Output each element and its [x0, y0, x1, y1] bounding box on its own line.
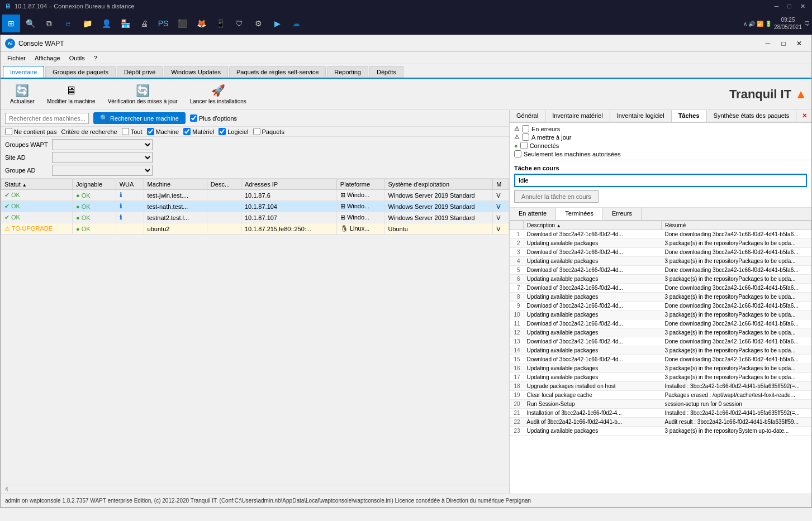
powershell2-icon[interactable]: ▶	[268, 15, 286, 32]
task-col-num[interactable]	[510, 221, 524, 230]
cmd-icon[interactable]: ⬛	[173, 15, 191, 32]
printer-icon[interactable]: 🖨	[135, 15, 153, 32]
modifier-machine-button[interactable]: 🖥 Modifier la machine	[42, 82, 101, 107]
task-log-row[interactable]: 17 Updating available packages 3 package…	[510, 373, 811, 382]
task-log-row[interactable]: 12 Updating available packages 3 package…	[510, 328, 811, 337]
right-tab-inventaire-materiel[interactable]: Inventaire matériel	[545, 110, 610, 122]
people-icon[interactable]: 👤	[97, 15, 115, 32]
cloud-icon[interactable]: ☁	[287, 15, 305, 32]
tab-windows-updates[interactable]: Windows Updates	[164, 66, 228, 78]
actualiser-button[interactable]: 🔄 Actualiser	[5, 81, 40, 107]
col-platform[interactable]: Plateforme	[336, 179, 384, 190]
task-log-row[interactable]: 16 Updating available packages 3 package…	[510, 364, 811, 373]
cancel-task-button[interactable]: Annuler la tâche en cours	[514, 190, 599, 203]
authorized-checkbox[interactable]	[514, 150, 521, 157]
table-row[interactable]: ✔ OK ● OK ℹ test-jwin.test.... 10.1.87.6…	[1, 190, 509, 201]
search-input[interactable]	[5, 113, 89, 124]
right-tab-general[interactable]: Général	[510, 110, 545, 122]
tab-groupes[interactable]: Groupes de paquets	[45, 66, 116, 78]
rdp-maximize[interactable]: □	[785, 3, 794, 10]
task-log-row[interactable]: 8 Updating available packages 3 package(…	[510, 293, 811, 302]
options-checkbox-input[interactable]	[190, 114, 197, 122]
search-taskbar-icon[interactable]: 🔍	[21, 15, 39, 32]
task-log-row[interactable]: 4 Updating available packages 3 package(…	[510, 257, 811, 266]
machine-checkbox-input[interactable]	[147, 128, 154, 135]
not-contains-checkbox[interactable]	[5, 128, 12, 135]
col-ip[interactable]: Adresses IP	[241, 179, 336, 190]
tab-en-attente[interactable]: En attente	[510, 208, 556, 220]
tab-erreurs[interactable]: Erreurs	[603, 208, 642, 220]
machine-table-scroll[interactable]: Statut ▲ Joignable WUA Machine Desc... A…	[1, 179, 509, 485]
shield-icon[interactable]: 🛡	[230, 15, 248, 32]
terminal-icon[interactable]: PS	[154, 15, 172, 32]
groupe-ad-select[interactable]	[52, 165, 153, 176]
options-checkbox[interactable]: Plus d'options	[190, 114, 237, 122]
task-log-row[interactable]: 10 Updating available packages 3 package…	[510, 310, 811, 319]
search-button[interactable]: 🔍 Rechercher une machine	[93, 112, 186, 124]
table-row[interactable]: ✔ OK ● OK ℹ testnat2.test.l... 10.1.87.1…	[1, 212, 509, 223]
task-log-row[interactable]: 1 Download of 3bcc2a42-1c66-f0d2-4d... D…	[510, 230, 811, 239]
task-log-row[interactable]: 2 Updating available packages 3 package(…	[510, 239, 811, 248]
hardware-checkbox[interactable]: Matériel	[183, 128, 214, 135]
folder-icon[interactable]: 📁	[78, 15, 96, 32]
menu-outils[interactable]: Outils	[65, 54, 89, 63]
table-row[interactable]: ⚠ TO-UPGRADE ● OK ubuntu2 10.1.87.215,fe…	[1, 223, 509, 235]
col-m[interactable]: M	[493, 179, 509, 190]
col-statut[interactable]: Statut ▲	[1, 179, 73, 190]
task-log-row[interactable]: 14 Updating available packages 3 package…	[510, 346, 811, 355]
notification-icon[interactable]: 🗨	[804, 21, 810, 27]
tray-icons[interactable]: ∧ 🔊 📶 🔋	[743, 21, 772, 27]
tab-depots[interactable]: Dépôts	[369, 66, 403, 78]
task-log-row[interactable]: 15 Download of 3bcc2a42-1c66-f0d2-4d... …	[510, 355, 811, 364]
rdp-minimize[interactable]: ─	[772, 3, 781, 10]
task-table-scroll[interactable]: Description ▲ Résumé 1 Download of 3bcc2…	[510, 221, 811, 494]
menu-help[interactable]: ?	[89, 54, 102, 63]
connected-checkbox[interactable]	[520, 142, 528, 149]
start-button[interactable]: ⊞	[2, 15, 20, 32]
window-close-btn[interactable]: ✕	[791, 36, 807, 51]
hardware-checkbox-input[interactable]	[183, 128, 191, 135]
lancer-installations-button[interactable]: 🚀 Lancer les installations	[185, 81, 251, 107]
tab-terminees[interactable]: Terminées	[556, 208, 603, 220]
taskbar-clock[interactable]: 09:25 28/05/2021	[774, 16, 802, 31]
tab-depot-prive[interactable]: Dépôt privé	[117, 66, 163, 78]
task-log-row[interactable]: 3 Download of 3bcc2a42-1c66-f0d2-4d... D…	[510, 248, 811, 257]
site-ad-select[interactable]	[52, 152, 153, 163]
all-checkbox-input[interactable]	[122, 128, 129, 135]
task-log-row[interactable]: 13 Download of 3bcc2a42-1c66-f0d2-4d... …	[510, 337, 811, 346]
window-restore-btn[interactable]: □	[776, 36, 791, 51]
tab-inventaire[interactable]: Inventaire	[3, 66, 44, 78]
task-log-row[interactable]: 19 Clear local package cache Packages er…	[510, 391, 811, 400]
col-desc[interactable]: Desc...	[207, 179, 241, 190]
table-row[interactable]: ✔ OK ● OK ℹ test-nath.test... 10.1.87.10…	[1, 201, 509, 212]
task-log-row[interactable]: 18 Upgrade packages installed on host In…	[510, 382, 811, 391]
col-joignable[interactable]: Joignable	[72, 179, 116, 190]
task-log-row[interactable]: 7 Download of 3bcc2a42-1c66-f0d2-4d... D…	[510, 284, 811, 293]
edge-icon[interactable]: e	[59, 15, 77, 32]
wapt-group-select[interactable]	[52, 139, 153, 150]
app2-icon[interactable]: 📱	[211, 15, 229, 32]
col-machine[interactable]: Machine	[144, 179, 207, 190]
rdp-close[interactable]: ✕	[798, 3, 808, 10]
not-contains-label[interactable]: Ne contient pas	[5, 128, 56, 135]
verification-button[interactable]: 🔄 Vérification des mises à jour	[103, 81, 183, 107]
packages-checkbox[interactable]: Paquets	[253, 128, 284, 135]
task-log-row[interactable]: 11 Download of 3bcc2a42-1c66-f0d2-4d... …	[510, 319, 811, 328]
task-log-row[interactable]: 23 Updating available packages 3 package…	[510, 427, 811, 436]
tab-reporting[interactable]: Reporting	[327, 66, 368, 78]
task-log-row[interactable]: 21 Installation of 3bcc2a42-1c66-f0d2-4.…	[510, 409, 811, 418]
task-log-row[interactable]: 5 Download of 3bcc2a42-1c66-f0d2-4d... D…	[510, 266, 811, 275]
store-icon[interactable]: 🏪	[116, 15, 134, 32]
machine-checkbox[interactable]: Machine	[147, 128, 179, 135]
right-tab-taches[interactable]: Tâches	[672, 110, 707, 122]
all-checkbox[interactable]: Tout	[122, 128, 143, 135]
right-tab-inventaire-logiciel[interactable]: Inventaire logiciel	[610, 110, 672, 122]
task-col-summary[interactable]: Résumé	[662, 221, 811, 230]
errors-checkbox[interactable]	[522, 125, 529, 132]
col-os[interactable]: Système d'exploitation	[384, 179, 493, 190]
software-checkbox-input[interactable]	[219, 128, 226, 135]
software-checkbox[interactable]: Logiciel	[219, 128, 248, 135]
firefox-icon[interactable]: 🦊	[192, 15, 210, 32]
gear-icon[interactable]: ⚙	[249, 15, 267, 32]
update-checkbox[interactable]	[522, 133, 529, 141]
